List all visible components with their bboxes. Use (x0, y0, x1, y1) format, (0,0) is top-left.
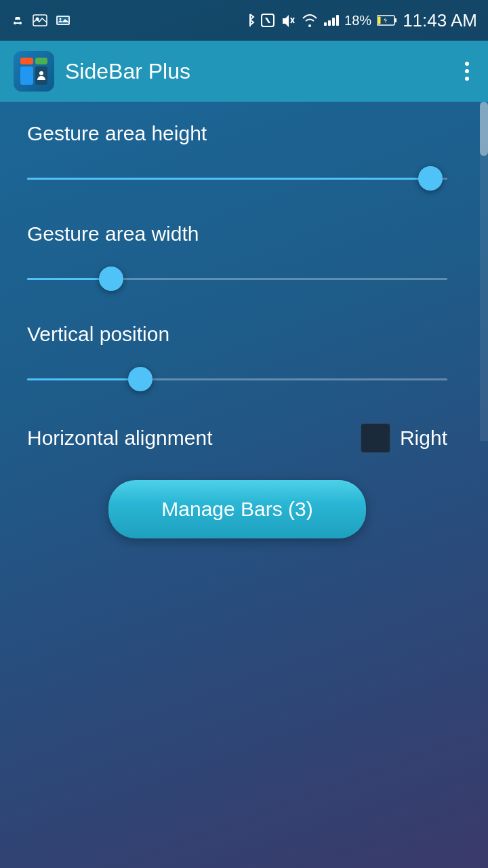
scrollbar-thumb[interactable] (480, 102, 488, 156)
battery-icon (377, 15, 397, 26)
image-icon (56, 14, 70, 26)
mute-icon (281, 13, 296, 28)
gesture-height-fill (27, 178, 430, 180)
svg-point-1 (19, 22, 22, 24)
gesture-height-section: Gesture area height (27, 122, 447, 195)
scrollbar-track[interactable] (480, 102, 488, 441)
status-bar-left (11, 13, 70, 28)
usb-icon (11, 13, 24, 28)
vertical-position-thumb[interactable] (128, 367, 152, 391)
gesture-width-track (27, 278, 447, 280)
battery-percent: 18% (344, 13, 371, 28)
wifi-icon (301, 14, 319, 27)
gesture-width-slider[interactable] (27, 262, 447, 296)
gesture-height-thumb[interactable] (418, 166, 443, 191)
svg-point-0 (14, 22, 16, 24)
svg-rect-12 (394, 18, 396, 22)
main-content: Gesture area height Gesture area width V… (0, 102, 474, 559)
status-time: 11:43 AM (403, 10, 477, 31)
bluetooth-icon (245, 13, 255, 28)
gesture-height-track (27, 178, 447, 180)
status-bar-right: 18% 11:43 AM (245, 10, 477, 31)
app-icon (14, 51, 54, 92)
horizontal-alignment-row: Horizontal alignment Right (27, 423, 447, 453)
nfc-icon (260, 13, 275, 28)
vertical-position-slider[interactable] (27, 362, 447, 396)
alignment-right-group: Right (361, 423, 447, 453)
svg-point-6 (60, 18, 62, 20)
app-title: SideBar Plus (65, 59, 190, 84)
svg-point-13 (39, 71, 43, 75)
photo-widget-icon (33, 14, 47, 26)
manage-bars-button[interactable]: Manage Bars (3) (108, 480, 366, 538)
vertical-position-track (27, 378, 447, 380)
gesture-width-thumb[interactable] (99, 267, 123, 291)
app-bar: SideBar Plus (0, 41, 488, 102)
alignment-value: Right (400, 427, 447, 450)
signal-icon (324, 15, 339, 26)
alignment-checkbox[interactable] (361, 423, 390, 453)
status-bar: 18% 11:43 AM (0, 0, 488, 41)
vertical-position-section: Vertical position (27, 323, 447, 396)
more-options-button[interactable] (460, 56, 474, 86)
app-bar-left: SideBar Plus (14, 51, 190, 92)
vertical-position-label: Vertical position (27, 323, 447, 346)
gesture-height-label: Gesture area height (27, 122, 447, 145)
gesture-width-label: Gesture area width (27, 222, 447, 245)
horizontal-alignment-label: Horizontal alignment (27, 427, 212, 450)
vertical-position-fill (27, 378, 140, 380)
gesture-height-slider[interactable] (27, 161, 447, 195)
svg-rect-5 (58, 17, 68, 24)
svg-rect-11 (378, 17, 381, 24)
gesture-width-section: Gesture area width (27, 222, 447, 296)
